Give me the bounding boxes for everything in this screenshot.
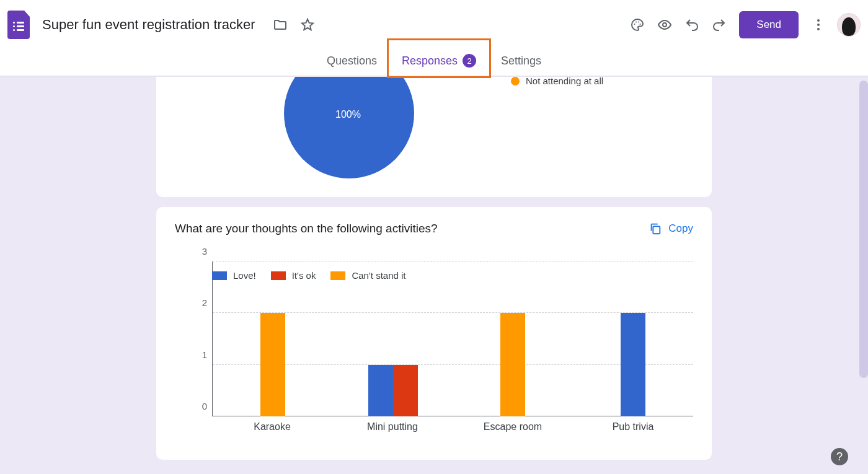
bar-category: [213, 261, 333, 416]
help-button[interactable]: ?: [831, 448, 848, 465]
responses-count-badge: 2: [463, 54, 476, 68]
svg-point-4: [663, 23, 666, 27]
svg-point-3: [640, 24, 641, 25]
tab-questions[interactable]: Questions: [314, 45, 389, 77]
more-options-button[interactable]: [805, 11, 832, 38]
bar: [621, 313, 645, 416]
bar-legend-item: Love!: [212, 270, 256, 281]
bar-chart: 0123 Love!It's okCan't stand it KaraokeM…: [175, 261, 693, 441]
send-button[interactable]: Send: [739, 11, 799, 38]
pie-chart-card: 100% Not attending at all: [156, 77, 712, 197]
bar-chart-legend: Love!It's okCan't stand it: [212, 270, 406, 281]
star-icon: [300, 17, 315, 32]
x-axis-labels: KaraokeMini puttingEscape roomPub trivia: [212, 416, 693, 441]
bar-category: [333, 261, 453, 416]
move-to-folder-button[interactable]: [267, 11, 294, 38]
pie-chart: 100%: [284, 77, 414, 178]
bar-legend-item: Can't stand it: [330, 270, 405, 281]
bar-category: [453, 261, 574, 416]
redo-icon: [712, 17, 727, 32]
form-tabs: Questions Responses 2 Settings: [0, 50, 868, 77]
responses-content: 100% Not attending at all What are your …: [0, 77, 868, 474]
legend-label: Not attending at all: [526, 77, 603, 86]
copy-chart-button[interactable]: Copy: [649, 222, 693, 235]
legend-series-label: Can't stand it: [352, 270, 405, 281]
star-button[interactable]: [294, 11, 321, 38]
more-vert-icon: [811, 17, 826, 32]
eye-icon: [657, 17, 672, 32]
copy-label: Copy: [668, 222, 693, 235]
customize-theme-button[interactable]: [624, 11, 651, 38]
palette-icon: [630, 17, 645, 32]
bar-chart-card: What are your thoughts on the following …: [156, 207, 712, 460]
x-axis-label: Pub trivia: [573, 416, 693, 441]
folder-icon: [273, 17, 288, 32]
svg-point-2: [638, 22, 639, 23]
pie-legend-item-not-attending: Not attending at all: [511, 77, 603, 86]
account-avatar[interactable]: [837, 13, 861, 37]
bar: [260, 313, 285, 416]
y-tick-label: 3: [202, 246, 207, 257]
tab-settings[interactable]: Settings: [489, 45, 554, 77]
svg-point-0: [634, 24, 636, 25]
bar: [393, 365, 418, 416]
pie-slice-label: 100%: [335, 109, 361, 120]
svg-rect-8: [653, 226, 660, 234]
tab-responses[interactable]: Responses 2: [389, 45, 489, 77]
x-axis-label: Escape room: [453, 416, 573, 441]
svg-point-1: [636, 22, 637, 23]
bar-legend-item: It's ok: [271, 270, 316, 281]
bar: [368, 365, 393, 416]
bar-category: [573, 261, 693, 416]
y-tick-label: 1: [202, 349, 207, 359]
pie-legend: Not attending at all: [511, 77, 603, 89]
legend-swatch: [212, 271, 227, 280]
legend-swatch: [330, 271, 345, 280]
legend-series-label: Love!: [233, 270, 256, 281]
y-axis: 0123: [192, 261, 210, 416]
y-tick-label: 2: [202, 297, 207, 308]
document-title[interactable]: Super fun event registration tracker: [42, 17, 255, 33]
bar: [500, 313, 525, 416]
x-axis-label: Mini putting: [332, 416, 453, 441]
question-title: What are your thoughts on the following …: [175, 222, 438, 235]
legend-swatch-orange: [511, 77, 520, 86]
undo-icon: [684, 17, 699, 32]
undo-button[interactable]: [678, 11, 706, 38]
forms-logo-icon: [7, 11, 30, 39]
redo-button[interactable]: [706, 11, 733, 38]
svg-point-6: [817, 24, 820, 26]
bar-chart-plot: [212, 261, 693, 416]
copy-icon: [649, 222, 662, 235]
app-header: Super fun event registration tracker Sen…: [0, 0, 868, 50]
scrollbar-thumb[interactable]: [859, 81, 868, 378]
legend-series-label: It's ok: [292, 270, 316, 281]
svg-point-7: [817, 28, 820, 30]
tab-responses-label: Responses: [402, 55, 458, 68]
preview-button[interactable]: [651, 11, 678, 38]
legend-swatch: [271, 271, 286, 280]
y-tick-label: 0: [202, 401, 207, 411]
x-axis-label: Karaoke: [212, 416, 332, 441]
svg-point-5: [817, 19, 820, 22]
